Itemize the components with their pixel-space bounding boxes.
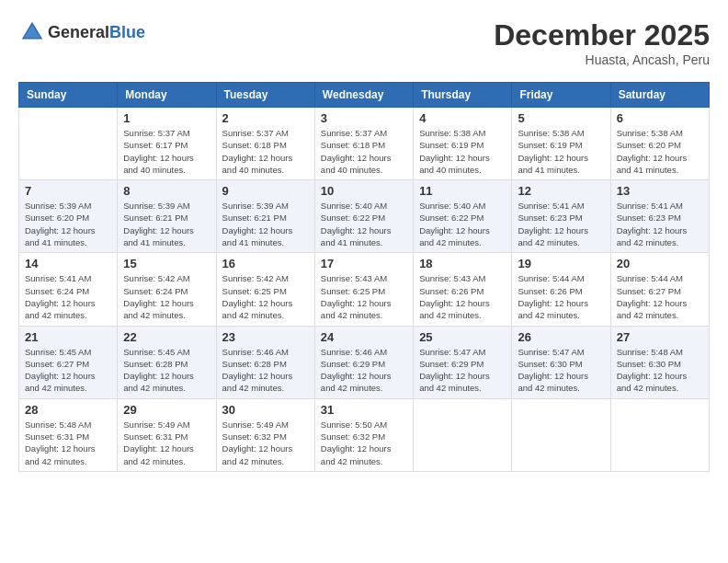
day-number: 4 [419,111,506,125]
day-number: 11 [419,184,506,198]
calendar-cell: 19Sunrise: 5:44 AM Sunset: 6:26 PM Dayli… [512,253,610,326]
calendar-cell: 1Sunrise: 5:37 AM Sunset: 6:17 PM Daylig… [118,108,216,180]
day-number: 10 [321,184,407,198]
location-subtitle: Huasta, Ancash, Peru [494,52,710,67]
day-info: Sunrise: 5:44 AM Sunset: 6:27 PM Dayligh… [617,272,703,321]
day-number: 12 [518,184,604,198]
weekday-header-wednesday: Wednesday [314,83,413,108]
month-title: December 2025 [494,18,710,52]
calendar-cell: 10Sunrise: 5:40 AM Sunset: 6:22 PM Dayli… [314,180,413,253]
calendar-cell: 4Sunrise: 5:38 AM Sunset: 6:19 PM Daylig… [414,108,512,180]
calendar-cell: 20Sunrise: 5:44 AM Sunset: 6:27 PM Dayli… [610,253,709,326]
calendar-cell [19,108,118,180]
day-info: Sunrise: 5:37 AM Sunset: 6:18 PM Dayligh… [222,127,309,176]
calendar-cell: 28Sunrise: 5:48 AM Sunset: 6:31 PM Dayli… [19,398,118,471]
calendar-cell: 15Sunrise: 5:42 AM Sunset: 6:24 PM Dayli… [118,253,216,326]
weekday-header-friday: Friday [512,83,610,108]
day-number: 3 [321,111,407,125]
day-info: Sunrise: 5:38 AM Sunset: 6:19 PM Dayligh… [518,127,604,176]
weekday-header-monday: Monday [118,83,216,108]
logo-general-text: General [48,23,109,41]
calendar-cell: 27Sunrise: 5:48 AM Sunset: 6:30 PM Dayli… [610,326,709,398]
calendar-cell: 17Sunrise: 5:43 AM Sunset: 6:25 PM Dayli… [314,253,413,326]
title-area: December 2025 Huasta, Ancash, Peru [494,18,710,67]
day-number: 27 [617,330,703,344]
day-number: 19 [518,257,604,270]
day-info: Sunrise: 5:47 AM Sunset: 6:29 PM Dayligh… [419,346,506,395]
day-info: Sunrise: 5:43 AM Sunset: 6:26 PM Dayligh… [419,272,506,321]
day-info: Sunrise: 5:41 AM Sunset: 6:24 PM Dayligh… [25,272,111,321]
day-info: Sunrise: 5:49 AM Sunset: 6:32 PM Dayligh… [222,419,309,467]
logo-icon [18,18,46,46]
calendar-cell: 25Sunrise: 5:47 AM Sunset: 6:29 PM Dayli… [414,326,512,398]
day-info: Sunrise: 5:41 AM Sunset: 6:23 PM Dayligh… [518,200,604,248]
day-info: Sunrise: 5:39 AM Sunset: 6:21 PM Dayligh… [222,200,309,248]
calendar-cell: 23Sunrise: 5:46 AM Sunset: 6:28 PM Dayli… [216,326,314,398]
day-info: Sunrise: 5:40 AM Sunset: 6:22 PM Dayligh… [321,200,407,248]
day-number: 31 [321,403,407,417]
day-number: 9 [222,184,309,198]
day-info: Sunrise: 5:37 AM Sunset: 6:18 PM Dayligh… [321,127,407,176]
day-number: 2 [222,111,309,125]
day-info: Sunrise: 5:47 AM Sunset: 6:30 PM Dayligh… [518,346,604,395]
calendar-cell: 29Sunrise: 5:49 AM Sunset: 6:31 PM Dayli… [118,398,216,471]
calendar-cell: 7Sunrise: 5:39 AM Sunset: 6:20 PM Daylig… [19,180,118,253]
day-info: Sunrise: 5:40 AM Sunset: 6:22 PM Dayligh… [419,200,506,248]
day-info: Sunrise: 5:46 AM Sunset: 6:29 PM Dayligh… [321,346,407,395]
calendar-cell: 18Sunrise: 5:43 AM Sunset: 6:26 PM Dayli… [414,253,512,326]
day-number: 23 [222,330,309,344]
calendar-cell: 30Sunrise: 5:49 AM Sunset: 6:32 PM Dayli… [216,398,314,471]
day-number: 13 [617,184,703,198]
calendar-cell: 26Sunrise: 5:47 AM Sunset: 6:30 PM Dayli… [512,326,610,398]
day-info: Sunrise: 5:42 AM Sunset: 6:25 PM Dayligh… [222,272,309,321]
calendar-cell: 6Sunrise: 5:38 AM Sunset: 6:20 PM Daylig… [610,108,709,180]
day-info: Sunrise: 5:41 AM Sunset: 6:23 PM Dayligh… [617,200,703,248]
day-info: Sunrise: 5:38 AM Sunset: 6:20 PM Dayligh… [617,127,703,176]
day-info: Sunrise: 5:50 AM Sunset: 6:32 PM Dayligh… [321,419,407,467]
day-info: Sunrise: 5:42 AM Sunset: 6:24 PM Dayligh… [123,272,210,321]
day-number: 21 [25,330,111,344]
calendar-cell: 8Sunrise: 5:39 AM Sunset: 6:21 PM Daylig… [118,180,216,253]
day-number: 17 [321,257,407,270]
day-number: 14 [25,257,111,270]
day-info: Sunrise: 5:44 AM Sunset: 6:26 PM Dayligh… [518,272,604,321]
calendar-cell: 13Sunrise: 5:41 AM Sunset: 6:23 PM Dayli… [610,180,709,253]
day-number: 15 [123,257,210,270]
calendar-cell: 16Sunrise: 5:42 AM Sunset: 6:25 PM Dayli… [216,253,314,326]
page-header: GeneralBlue December 2025 Huasta, Ancash… [18,18,710,67]
day-info: Sunrise: 5:39 AM Sunset: 6:20 PM Dayligh… [25,200,111,248]
day-info: Sunrise: 5:46 AM Sunset: 6:28 PM Dayligh… [222,346,309,395]
day-number: 30 [222,403,309,417]
calendar-cell: 24Sunrise: 5:46 AM Sunset: 6:29 PM Dayli… [314,326,413,398]
logo-blue-text: Blue [109,23,145,41]
day-number: 24 [321,330,407,344]
day-info: Sunrise: 5:43 AM Sunset: 6:25 PM Dayligh… [321,272,407,321]
day-info: Sunrise: 5:45 AM Sunset: 6:27 PM Dayligh… [25,346,111,395]
day-number: 6 [617,111,703,125]
weekday-header-sunday: Sunday [19,83,118,108]
day-number: 25 [419,330,506,344]
day-number: 20 [617,257,703,270]
calendar-table: SundayMondayTuesdayWednesdayThursdayFrid… [18,82,710,472]
calendar-cell [610,398,709,471]
calendar-cell: 11Sunrise: 5:40 AM Sunset: 6:22 PM Dayli… [414,180,512,253]
day-info: Sunrise: 5:48 AM Sunset: 6:30 PM Dayligh… [617,346,703,395]
day-info: Sunrise: 5:38 AM Sunset: 6:19 PM Dayligh… [419,127,506,176]
day-number: 5 [518,111,604,125]
day-number: 7 [25,184,111,198]
weekday-header-thursday: Thursday [414,83,512,108]
calendar-cell: 31Sunrise: 5:50 AM Sunset: 6:32 PM Dayli… [314,398,413,471]
day-number: 1 [123,111,210,125]
calendar-cell: 9Sunrise: 5:39 AM Sunset: 6:21 PM Daylig… [216,180,314,253]
day-number: 29 [123,403,210,417]
day-info: Sunrise: 5:45 AM Sunset: 6:28 PM Dayligh… [123,346,210,395]
day-number: 16 [222,257,309,270]
calendar-cell: 22Sunrise: 5:45 AM Sunset: 6:28 PM Dayli… [118,326,216,398]
calendar-cell: 3Sunrise: 5:37 AM Sunset: 6:18 PM Daylig… [314,108,413,180]
calendar-cell [512,398,610,471]
calendar-cell [414,398,512,471]
day-number: 18 [419,257,506,270]
calendar-cell: 14Sunrise: 5:41 AM Sunset: 6:24 PM Dayli… [19,253,118,326]
day-info: Sunrise: 5:39 AM Sunset: 6:21 PM Dayligh… [123,200,210,248]
weekday-header-saturday: Saturday [610,83,709,108]
